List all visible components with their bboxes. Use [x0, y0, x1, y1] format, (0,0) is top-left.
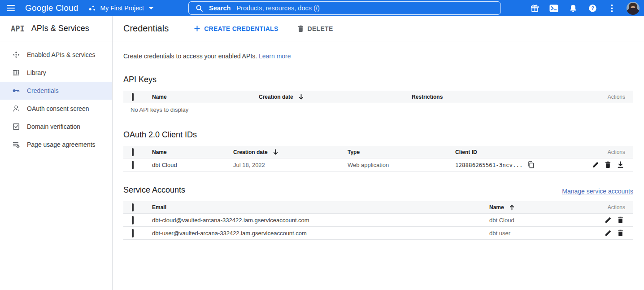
manage-service-accounts-link[interactable]: Manage service accounts	[562, 188, 633, 195]
sidebar-item-label: OAuth consent screen	[27, 105, 89, 112]
table-row[interactable]: dbt Cloud Jul 18, 2022 Web application 1…	[123, 158, 633, 171]
domain-verification-icon	[12, 123, 20, 131]
sort-descending-icon[interactable]	[273, 149, 278, 155]
table-row[interactable]: dbt-cloud@vaulted-arcana-332422.iam.gser…	[123, 214, 633, 227]
oauth-clients-title: OAuth 2.0 Client IDs	[123, 130, 633, 140]
help-icon[interactable]: ?	[588, 4, 597, 13]
row-checkbox[interactable]	[132, 229, 134, 237]
column-header-actions: Actions	[608, 149, 633, 155]
main-area: Credentials CREATE CREDENTIALS DELETE C	[113, 16, 644, 290]
client-type: Web application	[348, 162, 455, 168]
sidebar: API APIs & Services Enabled APIs & servi…	[0, 16, 113, 290]
intro-text: Create credentials to access your enable…	[123, 53, 633, 60]
delete-icon[interactable]	[604, 161, 612, 169]
select-all-checkbox[interactable]	[132, 148, 134, 156]
api-keys-title: API Keys	[123, 75, 633, 84]
column-header[interactable]: Client ID	[455, 149, 584, 155]
page-header: Credentials CREATE CREDENTIALS DELETE	[113, 16, 644, 41]
plus-icon	[194, 25, 200, 32]
library-icon	[12, 69, 20, 77]
chevron-down-icon	[149, 7, 153, 9]
edit-icon[interactable]	[592, 161, 599, 169]
sidebar-title: APIs & Services	[31, 24, 89, 33]
sidebar-item-label: Page usage agreements	[27, 141, 96, 148]
page-title: Credentials	[123, 23, 169, 34]
sidebar-nav: Enabled APIs & services Library	[0, 41, 112, 154]
trash-icon	[297, 25, 304, 32]
project-name: My First Project	[100, 4, 144, 12]
sidebar-item-domain-verification[interactable]: Domain verification	[0, 118, 112, 136]
download-icon[interactable]	[617, 161, 624, 169]
sidebar-item-oauth-consent[interactable]: OAuth consent screen	[0, 100, 112, 118]
row-checkbox[interactable]	[132, 161, 134, 169]
notifications-icon[interactable]	[569, 4, 578, 13]
api-product-icon: API	[11, 24, 25, 33]
search-icon	[196, 4, 203, 12]
column-header-actions: Actions	[608, 204, 633, 211]
project-picker[interactable]: My First Project	[88, 4, 153, 12]
service-accounts-title: Service Accounts	[123, 185, 185, 195]
sidebar-item-label: Credentials	[27, 87, 59, 94]
table-header-row: Name Creation date Type Client ID Action…	[123, 146, 633, 158]
table-row[interactable]: dbt-user@vaulted-arcana-332422.iam.gserv…	[123, 227, 633, 240]
learn-more-link[interactable]: Learn more	[259, 53, 291, 60]
creation-date: Jul 18, 2022	[233, 162, 348, 168]
edit-icon[interactable]	[604, 229, 612, 237]
api-keys-table: Name Creation date Restrictions Actions …	[123, 91, 633, 116]
delete-button[interactable]: DELETE	[294, 22, 337, 35]
google-cloud-logo[interactable]: Google Cloud	[25, 3, 78, 13]
column-header-actions: Actions	[608, 94, 633, 100]
create-credentials-button[interactable]: CREATE CREDENTIALS	[190, 22, 282, 35]
service-accounts-table: Email Name Actions dbt-cloud@vaulted-arc…	[123, 201, 633, 240]
row-checkbox[interactable]	[132, 216, 134, 224]
svg-text:?: ?	[591, 5, 594, 11]
gift-icon[interactable]	[530, 4, 539, 13]
sidebar-item-library[interactable]: Library	[0, 64, 112, 82]
column-header[interactable]: Name	[152, 94, 259, 100]
menu-icon[interactable]	[0, 0, 22, 16]
client-id-value: 128886265561-3ncv...	[455, 162, 523, 168]
search-input[interactable]: Search Products, resources, docs (/)	[188, 1, 501, 15]
page-agreements-icon	[12, 141, 20, 149]
delete-icon[interactable]	[617, 216, 624, 224]
sidebar-item-credentials[interactable]: Credentials	[0, 82, 112, 100]
cloud-shell-icon[interactable]	[549, 4, 558, 13]
service-account-email: dbt-user@vaulted-arcana-332422.iam.gserv…	[152, 230, 489, 237]
select-all-checkbox[interactable]	[132, 93, 134, 101]
more-vert-icon[interactable]	[607, 4, 616, 13]
column-header[interactable]: Name	[152, 149, 233, 155]
empty-state-text: No API keys to display	[123, 103, 633, 116]
sidebar-item-enabled-apis[interactable]: Enabled APIs & services	[0, 46, 112, 64]
top-app-bar: Google Cloud My First Project Search Pro…	[0, 0, 644, 16]
select-all-checkbox[interactable]	[132, 203, 134, 211]
sort-ascending-icon[interactable]	[509, 204, 515, 211]
service-account-name: dbt Cloud	[489, 217, 593, 224]
search-label: Search	[209, 4, 231, 12]
enabled-apis-icon	[12, 51, 20, 59]
sort-descending-icon[interactable]	[298, 94, 304, 100]
column-header[interactable]: Type	[348, 149, 455, 155]
edit-icon[interactable]	[604, 216, 612, 224]
column-header[interactable]: Email	[152, 204, 489, 211]
sidebar-item-label: Domain verification	[27, 123, 80, 130]
avatar[interactable]	[627, 2, 640, 15]
column-header[interactable]: Creation date	[233, 149, 268, 155]
project-icon	[88, 5, 96, 12]
delete-icon[interactable]	[617, 229, 624, 237]
sidebar-header: API APIs & Services	[0, 16, 112, 41]
column-header[interactable]: Restrictions	[412, 94, 593, 100]
table-header-row: Email Name Actions	[123, 201, 633, 214]
service-account-email: dbt-cloud@vaulted-arcana-332422.iam.gser…	[152, 217, 489, 224]
key-icon	[12, 87, 20, 95]
copy-icon[interactable]	[527, 161, 535, 169]
column-header[interactable]: Creation date	[259, 94, 293, 100]
sidebar-item-label: Enabled APIs & services	[27, 51, 96, 58]
search-placeholder: Products, resources, docs (/)	[236, 4, 319, 12]
sidebar-item-label: Library	[27, 69, 46, 76]
consent-screen-icon	[12, 105, 20, 113]
oauth-clients-table: Name Creation date Type Client ID Action…	[123, 146, 633, 171]
sidebar-item-page-usage[interactable]: Page usage agreements	[0, 136, 112, 154]
client-name: dbt Cloud	[152, 162, 233, 168]
table-header-row: Name Creation date Restrictions Actions	[123, 91, 633, 103]
column-header[interactable]: Name	[489, 204, 504, 211]
